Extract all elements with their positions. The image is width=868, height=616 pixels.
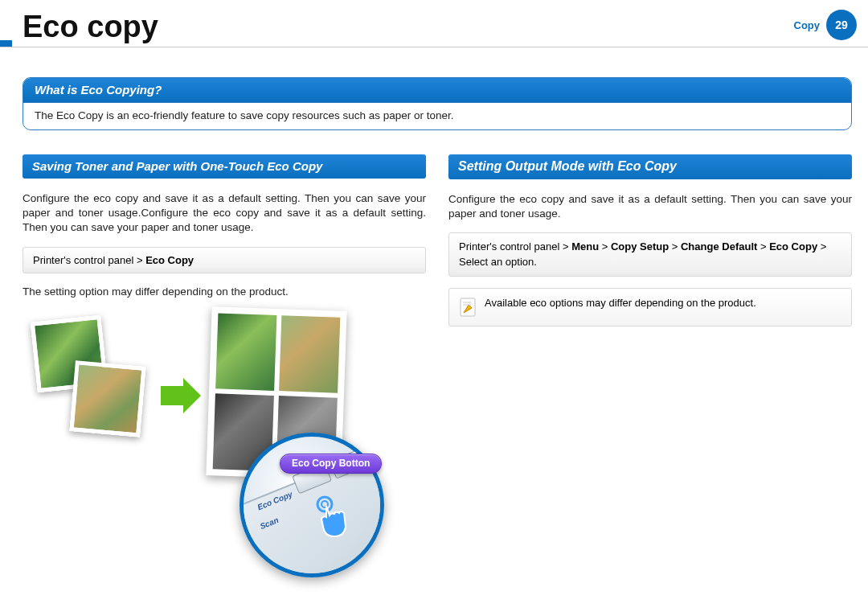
right-column: Setting Output Mode with Eco Copy Config… xyxy=(448,154,852,610)
right-path-b2: Copy Setup xyxy=(611,240,669,253)
right-paragraph: Configure the eco copy and save it as a … xyxy=(448,192,852,221)
right-path-b4: Eco Copy xyxy=(769,240,817,253)
path-sep: > xyxy=(599,240,611,253)
section-label: Copy xyxy=(794,19,821,31)
intro-heading: What is Eco Copying? xyxy=(23,78,851,102)
left-note: The setting option may differ depending … xyxy=(23,285,426,299)
left-path-box: Printer's control panel > Eco Copy xyxy=(23,247,426,273)
sheet-cell xyxy=(279,315,340,392)
right-note-text: Available eco options may differ dependi… xyxy=(485,297,756,309)
eco-copy-illustration: Eco Copy Scan Eco Copy Botton xyxy=(23,306,426,563)
left-path-prefix: Printer's control panel > xyxy=(33,254,145,266)
svg-point-0 xyxy=(317,497,332,511)
note-icon xyxy=(459,297,477,318)
eco-copy-button-callout: Eco Copy Botton xyxy=(280,454,382,474)
page-number-badge: 29 xyxy=(826,10,857,40)
pointer-hand-icon xyxy=(313,495,362,543)
right-path-prefix: Printer's control panel > xyxy=(459,240,571,253)
photo-original-2 xyxy=(69,360,145,437)
right-path-b3: Change Default xyxy=(681,240,757,253)
right-note-box: Available eco options may differ dependi… xyxy=(448,288,852,326)
path-sep: > xyxy=(757,240,769,253)
header-accent xyxy=(0,40,12,47)
left-column: Saving Toner and Paper with One-Touch Ec… xyxy=(23,154,426,610)
intro-panel: What is Eco Copying? The Eco Copy is an … xyxy=(23,77,852,130)
right-path-box: Printer's control panel > Menu > Copy Se… xyxy=(448,232,852,276)
right-path-b1: Menu xyxy=(571,240,599,253)
sheet-cell xyxy=(215,313,276,390)
path-sep: > xyxy=(669,240,681,253)
left-paragraph: Configure the eco copy and save it as a … xyxy=(23,191,426,236)
right-heading: Setting Output Mode with Eco Copy xyxy=(448,154,852,179)
left-path-bold: Eco Copy xyxy=(145,254,194,266)
left-heading: Saving Toner and Paper with One-Touch Ec… xyxy=(23,154,426,179)
title-rule xyxy=(0,47,868,47)
intro-body: The Eco Copy is an eco-friendly feature … xyxy=(23,102,851,129)
page-title: Eco copy xyxy=(23,10,158,44)
